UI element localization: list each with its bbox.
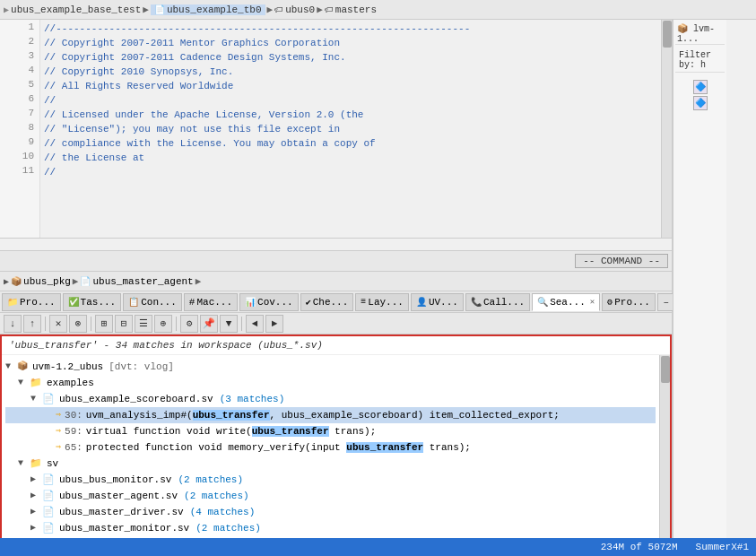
bus-monitor-file[interactable]: ▶ 📄 ubus_bus_monitor.sv (2 matches) (5, 472, 656, 488)
master-monitor-file[interactable]: ▶ 📄 ubus_master_monitor.sv (2 matches) (5, 520, 656, 536)
folder-icon-sv: 📁 (30, 456, 42, 472)
tab-layers[interactable]: ≡ Lay... (355, 293, 409, 311)
uvm-icon: 📦 (677, 24, 688, 34)
status-memory: 234M of 5072M (601, 542, 678, 552)
scoreboard-label: ubus_example_scoreboard.sv (59, 391, 213, 407)
match-arrow-2: ⇒ (56, 423, 61, 439)
vertical-scrollbar-code[interactable] (661, 20, 672, 238)
master-agent-count: (2 matches) (184, 488, 249, 504)
search-tree[interactable]: ▼ 📦 uvm-1.2_ubus [dvt: vlog] ▼ 📁 example… (2, 355, 659, 554)
tab-projects[interactable]: 📁 Pro... (2, 293, 61, 311)
breadcrumb-sep-1: ▶ (143, 4, 149, 15)
toolbar-collapse-btn[interactable]: ⊟ (115, 315, 133, 333)
breadcrumb-item-2[interactable]: 📄 ubus_example_tb0 (151, 4, 265, 15)
right-icon-2[interactable]: 🔷 (693, 96, 708, 110)
toolbar-menu-btn[interactable]: ▼ (220, 315, 238, 333)
match-arrow-1: ⇒ (56, 407, 61, 423)
search-vertical-scrollbar[interactable] (659, 355, 670, 554)
tag-icon-1: 🏷 (274, 4, 283, 15)
scoreboard-file[interactable]: ▼ 📄 ubus_example_scoreboard.sv (3 matche… (5, 391, 656, 407)
toolbar-settings-btn[interactable]: ⚙ (180, 315, 198, 333)
main-content: 1 2 3 4 5 6 7 8 9 10 11 //--------------… (0, 20, 756, 556)
match-num-30: 30: (65, 407, 83, 423)
line-num-7: 7 (0, 106, 34, 120)
tab-macros[interactable]: # Mac... (184, 293, 238, 311)
right-panel-header: 📦 lvm-1... (675, 23, 725, 45)
match-num-59: 59: (65, 423, 83, 439)
tab-checks[interactable]: ✔ Che... (300, 293, 354, 311)
bus-monitor-toggle[interactable]: ▶ (30, 472, 39, 488)
command-button[interactable]: -- COMMAND -- (575, 254, 668, 268)
sv-file-icon-4: 📄 (42, 504, 55, 520)
folder-icon-examples: 📁 (30, 375, 42, 391)
examples-folder[interactable]: ▼ 📁 examples (5, 375, 656, 391)
root-toggle[interactable]: ▼ (5, 359, 14, 375)
master-driver-file[interactable]: ▶ 📄 ubus_master_driver.sv (4 matches) (5, 504, 656, 520)
master-driver-toggle[interactable]: ▶ (30, 504, 39, 520)
scrollbar-thumb-code[interactable] (663, 21, 672, 48)
tab-tasks[interactable]: ✅ Tas... (63, 293, 122, 311)
code-scroll[interactable]: //--------------------------------------… (40, 20, 661, 238)
master-monitor-toggle[interactable]: ▶ (30, 520, 39, 536)
tab-uvm-label: UV... (429, 297, 458, 308)
examples-toggle[interactable]: ▼ (18, 375, 27, 391)
code-line-1: //--------------------------------------… (44, 22, 657, 36)
breadcrumb2-label-1[interactable]: ubus_pkg (23, 276, 71, 287)
toolbar-pin-btn[interactable]: 📌 (200, 315, 218, 333)
match-line-30[interactable]: ⇒ 30: uvm_analysis_imp#(ubus_transfer, u… (5, 407, 656, 423)
toolbar-up-btn[interactable]: ↑ (23, 315, 41, 333)
toolbar-remove-btn[interactable]: ✕ (49, 315, 67, 333)
master-agent-label: ubus_master_agent.sv (59, 488, 178, 504)
toolbar-filter-btn[interactable]: ⊕ (154, 315, 172, 333)
tab-tasks-label: Tas... (81, 297, 117, 308)
toolbar-tabs: 📁 Pro... ✅ Tas... 📋 Con... # Mac... 📊 (0, 291, 672, 313)
tab-uvm[interactable]: 👤 UV... (411, 293, 464, 311)
sv-folder[interactable]: ▼ 📁 sv (5, 456, 656, 472)
tab-console[interactable]: 📋 Con... (123, 293, 182, 311)
match-num-65: 65: (65, 439, 83, 456)
master-agent-toggle[interactable]: ▶ (30, 488, 39, 504)
root-icon: 📦 (17, 359, 28, 375)
line-num-9: 9 (0, 135, 34, 149)
code-line-4: // Copyright 2010 Synopsys, Inc. (44, 65, 657, 79)
scoreboard-toggle[interactable]: ▼ (30, 391, 39, 407)
filter-label: Filter by: h (675, 48, 725, 73)
examples-label: examples (47, 375, 94, 391)
breadcrumb-item-3[interactable]: 🏷 ubus0 (274, 4, 315, 15)
match-line-59[interactable]: ⇒ 59: virtual function void write(ubus_t… (5, 423, 656, 439)
master-driver-label: ubus_master_driver.sv (59, 504, 184, 520)
breadcrumb-sep-2: ▶ (267, 4, 274, 15)
tab-search[interactable]: 🔍 Sea... ✕ (532, 293, 600, 311)
search-scrollbar-thumb[interactable] (661, 356, 670, 383)
code-line-10: // the License at (44, 151, 657, 165)
breadcrumb2-label-2[interactable]: ubus_master_agent (92, 276, 193, 287)
sv-file-icon-5: 📄 (42, 520, 55, 536)
breadcrumb-item-1[interactable]: ▶ ubus_example_base_test (4, 4, 141, 15)
toolbar-group-btn[interactable]: ☰ (135, 315, 152, 333)
right-icon-1[interactable]: 🔷 (693, 80, 708, 94)
tab-coverage[interactable]: 📊 Cov... (239, 293, 299, 311)
search-panel: 'ubus_transfer' - 34 matches in workspac… (0, 334, 672, 556)
toolbar-clear-btn[interactable]: ⊗ (69, 315, 87, 333)
horizontal-scrollbar-code[interactable] (0, 238, 672, 250)
match-line-65[interactable]: ⇒ 65: protected function void memory_ver… (5, 439, 656, 456)
code-line-6: // (44, 93, 657, 108)
pkg-icon: 📦 (11, 276, 22, 287)
breadcrumb-label-4: masters (335, 4, 377, 15)
command-bar: -- COMMAND -- (0, 250, 672, 272)
root-label: uvm-1.2_ubus (32, 359, 103, 375)
tab-checks-icon: ✔ (306, 297, 311, 308)
tab-properties2[interactable]: ⚙ Pro... (602, 293, 656, 311)
breadcrumb-item-4[interactable]: 🏷 masters (325, 4, 377, 15)
sv-file-icon-1: 📄 (42, 391, 55, 407)
tab-search-close[interactable]: ✕ (590, 297, 595, 307)
toolbar-next-btn[interactable]: ► (265, 315, 283, 333)
toolbar-down-btn[interactable]: ↓ (4, 315, 22, 333)
status-workspace: SummerX#1 (696, 542, 749, 552)
master-agent-file[interactable]: ▶ 📄 ubus_master_agent.sv (2 matches) (5, 488, 656, 504)
toolbar-prev-btn[interactable]: ◄ (246, 315, 264, 333)
tab-calls[interactable]: 📞 Call... (465, 293, 530, 311)
toolbar-expand-btn[interactable]: ⊞ (95, 315, 113, 333)
tree-root[interactable]: ▼ 📦 uvm-1.2_ubus [dvt: vlog] (5, 359, 656, 375)
sv-toggle[interactable]: ▼ (18, 456, 27, 472)
